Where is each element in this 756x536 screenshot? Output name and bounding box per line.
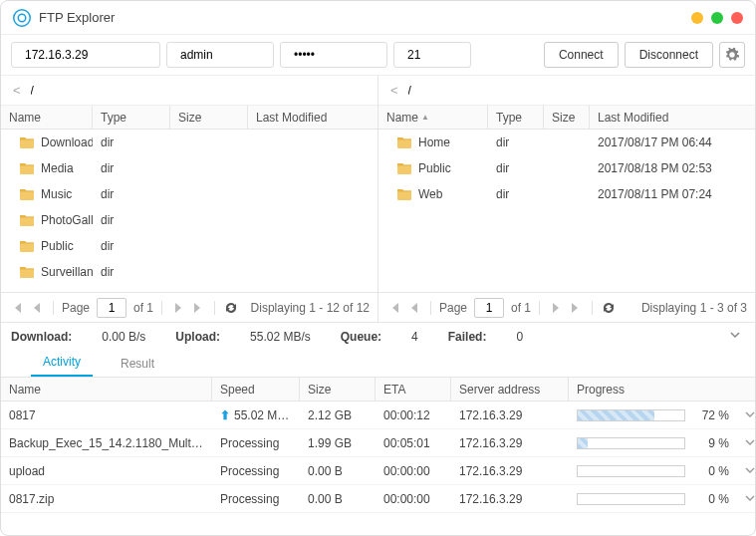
- transfer-progress: [569, 409, 693, 421]
- remote-hdr-name[interactable]: Name: [378, 106, 488, 129]
- page-label: Page: [439, 301, 467, 315]
- transfer-row[interactable]: uploadProcessing0.00 B00:00:00172.16.3.2…: [1, 457, 755, 485]
- port-field-wrap: [393, 42, 471, 68]
- refresh-icon[interactable]: [601, 300, 617, 316]
- local-page-input[interactable]: [97, 298, 126, 318]
- local-display-count: Displaying 1 - 12 of 12: [251, 301, 370, 315]
- page-first-icon[interactable]: [386, 300, 402, 316]
- transfer-eta: 00:00:00: [376, 464, 451, 478]
- file-panes: < Name Type Size Last Modified Downloadd…: [1, 76, 755, 322]
- local-hdr-name[interactable]: Name: [1, 106, 93, 129]
- file-type: dir: [93, 239, 170, 253]
- transfer-server: 172.16.3.29: [451, 492, 569, 506]
- transfer-row[interactable]: 0817⬆55.02 MB/s2.12 GB00:00:12172.16.3.2…: [1, 402, 755, 429]
- remote-display-count: Displaying 1 - 3 of 3: [641, 301, 747, 315]
- page-label: Page: [62, 301, 90, 315]
- file-name: PhotoGalle...: [41, 213, 93, 227]
- chevron-down-icon: [745, 437, 755, 447]
- remote-paginator: Page of 1 Displaying 1 - 3 of 3: [378, 292, 755, 322]
- tab-result[interactable]: Result: [109, 357, 166, 377]
- page-next-icon[interactable]: [170, 300, 186, 316]
- remote-pane: < Name Type Size Last Modified Homedir20…: [378, 76, 755, 322]
- xhdr-size[interactable]: Size: [300, 378, 376, 401]
- upload-label: Upload:: [175, 330, 220, 344]
- transfer-row[interactable]: 0817.zipProcessing0.00 B00:00:00172.16.3…: [1, 485, 755, 513]
- list-item[interactable]: SVNdir: [1, 285, 378, 292]
- file-type: dir: [93, 161, 170, 175]
- transfer-row-toggle[interactable]: [737, 436, 755, 450]
- local-page-of: of 1: [133, 301, 153, 315]
- list-item[interactable]: Mediadir: [1, 155, 378, 181]
- folder-icon: [19, 239, 35, 253]
- close-button[interactable]: [731, 12, 743, 24]
- page-last-icon[interactable]: [190, 300, 206, 316]
- minimize-button[interactable]: [691, 12, 703, 24]
- file-type: dir: [488, 161, 544, 175]
- remote-hdr-type[interactable]: Type: [488, 106, 544, 129]
- local-back-button[interactable]: <: [9, 83, 25, 98]
- remote-hdr-size[interactable]: Size: [544, 106, 590, 129]
- page-prev-icon[interactable]: [29, 300, 45, 316]
- remote-back-button[interactable]: <: [386, 83, 402, 98]
- page-last-icon[interactable]: [568, 300, 584, 316]
- status-line: Download: 0.00 B/s Upload: 55.02 MB/s Qu…: [1, 322, 755, 350]
- local-path-field[interactable]: [31, 84, 370, 98]
- transfer-row-toggle[interactable]: [737, 464, 755, 478]
- page-prev-icon[interactable]: [406, 300, 422, 316]
- transfer-pct: 0 %: [693, 464, 737, 478]
- transfer-speed: Processing: [212, 464, 300, 478]
- chevron-down-icon: [745, 409, 755, 419]
- transfer-name: Backup_Exec_15_14.2.1180_MultiPlatf...: [1, 436, 212, 450]
- list-item[interactable]: PhotoGalle...dir: [1, 207, 378, 233]
- remote-page-input[interactable]: [474, 298, 504, 318]
- transfer-speed: ⬆55.02 MB/s: [212, 408, 300, 422]
- remote-path-field[interactable]: [408, 84, 747, 98]
- local-hdr-size[interactable]: Size: [170, 106, 248, 129]
- list-item[interactable]: Webdir2017/08/11 PM 07:24: [378, 181, 755, 207]
- transfer-progress: [569, 465, 693, 477]
- port-field[interactable]: [407, 48, 557, 62]
- transfer-pct: 72 %: [693, 408, 737, 422]
- local-hdr-modified[interactable]: Last Modified: [248, 106, 378, 129]
- folder-icon: [19, 213, 35, 227]
- list-item[interactable]: Publicdir: [1, 233, 378, 259]
- page-first-icon[interactable]: [9, 300, 25, 316]
- transfer-size: 0.00 B: [300, 464, 376, 478]
- maximize-button[interactable]: [711, 12, 723, 24]
- connection-toolbar: Connect Disconnect: [1, 35, 755, 76]
- list-item[interactable]: Downloaddir: [1, 130, 378, 155]
- xhdr-server[interactable]: Server address: [451, 378, 569, 401]
- refresh-icon[interactable]: [223, 300, 239, 316]
- xhdr-speed[interactable]: Speed: [212, 378, 300, 401]
- transfer-row-toggle[interactable]: [737, 408, 755, 422]
- xhdr-eta[interactable]: ETA: [376, 378, 451, 401]
- transfer-row[interactable]: Backup_Exec_15_14.2.1180_MultiPlatf...Pr…: [1, 429, 755, 457]
- list-item[interactable]: Homedir2017/08/17 PM 06:44: [378, 130, 755, 155]
- remote-hdr-modified[interactable]: Last Modified: [590, 106, 755, 129]
- file-modified: 2017/08/11 PM 07:24: [590, 187, 755, 201]
- tab-activity[interactable]: Activity: [31, 355, 93, 377]
- settings-button[interactable]: [719, 42, 745, 68]
- chevron-down-icon: [745, 465, 755, 475]
- connect-button[interactable]: Connect: [544, 42, 619, 68]
- list-item[interactable]: Musicdir: [1, 181, 378, 207]
- upload-value: 55.02 MB/s: [250, 330, 311, 344]
- transfer-name: upload: [1, 464, 212, 478]
- transfer-size: 0.00 B: [300, 492, 376, 506]
- page-next-icon[interactable]: [548, 300, 564, 316]
- host-field[interactable]: [25, 48, 174, 62]
- app-icon: [13, 9, 31, 27]
- local-hdr-type[interactable]: Type: [93, 106, 170, 129]
- xhdr-progress[interactable]: Progress: [569, 378, 755, 401]
- expand-toggle[interactable]: [725, 329, 745, 344]
- transfer-eta: 00:00:00: [376, 492, 451, 506]
- transfer-row-toggle[interactable]: [737, 492, 755, 506]
- chevron-down-icon: [745, 493, 755, 503]
- disconnect-button[interactable]: Disconnect: [625, 42, 713, 68]
- xhdr-name[interactable]: Name: [1, 378, 212, 401]
- password-field-wrap: [280, 42, 387, 68]
- queue-value: 4: [411, 330, 418, 344]
- list-item[interactable]: Publicdir2017/08/18 PM 02:53: [378, 155, 755, 181]
- list-item[interactable]: Surveillancedir: [1, 259, 378, 285]
- transfer-speed: Processing: [212, 436, 300, 450]
